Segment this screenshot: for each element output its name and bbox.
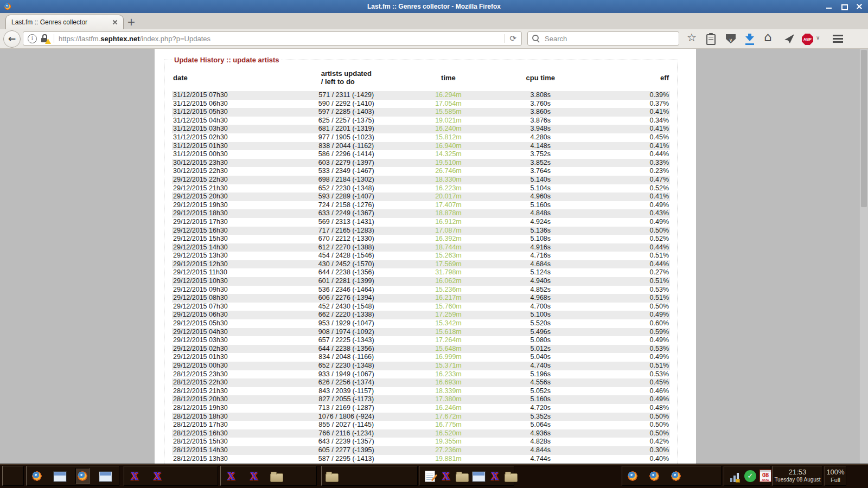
cpu-time-cell: 5.040s — [496, 353, 585, 362]
eff-cell: 0.41% — [585, 142, 670, 151]
window-icon — [99, 472, 112, 481]
scrollbar-thumb[interactable] — [861, 50, 867, 207]
table-row: 30/12/2015 22h30533 / 2349 (-1467)26.746… — [172, 167, 670, 176]
close-window-button[interactable] — [856, 3, 863, 10]
tab-lastfm-genres-collector[interactable]: Last.fm :: Genres collector — [5, 15, 124, 29]
page-info-icon[interactable]: i — [28, 34, 37, 43]
eff-cell: 0.50% — [585, 413, 670, 421]
eff-cell: 0.50% — [585, 303, 670, 311]
window-taskbar-button[interactable] — [53, 468, 67, 484]
date-cell: 31/12/2015 02h30 — [172, 133, 291, 142]
artists-cell: 597 / 2285 (-1403) — [291, 108, 401, 117]
artists-cell: 933 / 1949 (-1067) — [291, 370, 401, 379]
eff-cell: 0.48% — [585, 404, 670, 413]
table-row: 29/12/2015 01h30834 / 2048 (-1166)16.999… — [172, 353, 670, 362]
date-cell: 28/12/2015 21h30 — [172, 387, 291, 396]
time-cell: 17.569m — [401, 260, 495, 269]
reading-list-icon[interactable] — [706, 34, 716, 45]
time-cell: 16.392m — [401, 235, 495, 243]
notepad-taskbar-button[interactable] — [423, 468, 437, 484]
clock: 21:53 Tuesday 08 August — [773, 466, 822, 486]
table-row: 29/12/2015 08h30606 / 2276 (-1394)16.217… — [172, 294, 670, 303]
cpu-time-cell: 3.760s — [496, 100, 585, 108]
taskbar: XXXXXX ✓ 08 AUG 21:53 Tuesday 08 August … — [0, 464, 868, 488]
date-cell: 29/12/2015 02h30 — [172, 345, 291, 354]
tab-close-icon[interactable] — [112, 20, 118, 25]
table-row: 29/12/2015 12h30430 / 2452 (-1570)17.569… — [172, 260, 670, 269]
eff-cell: 0.60% — [585, 319, 670, 328]
eff-cell: 0.44% — [585, 260, 670, 269]
menu-icon[interactable] — [833, 35, 843, 43]
cpu-time-cell: 5.100s — [496, 311, 585, 319]
cpu-time-cell: 4.852s — [496, 286, 585, 294]
calendar-icon[interactable]: 08 AUG — [760, 470, 771, 482]
artists-cell: 430 / 2452 (-1570) — [291, 260, 401, 269]
maximize-button[interactable] — [841, 3, 847, 10]
col-header-artists: artists updated/ left to do — [291, 65, 401, 91]
eff-cell: 0.46% — [585, 387, 670, 396]
search-input[interactable] — [544, 34, 679, 43]
mixed-content-lock-icon[interactable] — [41, 34, 49, 43]
firefox-taskbar-button[interactable] — [626, 468, 640, 484]
eff-cell: 0.40% — [585, 455, 670, 464]
xterm-taskbar-button[interactable]: X — [150, 468, 164, 484]
date-cell: 28/12/2015 13h30 — [172, 455, 291, 464]
time-cell: 16.223m — [401, 184, 495, 193]
xterm-taskbar-button[interactable]: X — [224, 468, 238, 484]
adblock-dropdown-icon[interactable]: ∨ — [816, 35, 820, 41]
xterm-taskbar-button[interactable]: X — [439, 468, 453, 484]
folder-taskbar-button[interactable] — [325, 468, 339, 484]
scrollbar[interactable] — [859, 49, 868, 464]
xterm-taskbar-button[interactable]: X — [247, 468, 261, 484]
date-cell: 31/12/2015 05h30 — [172, 108, 291, 117]
date-cell: 30/12/2015 22h30 — [172, 167, 291, 176]
folder-taskbar-button[interactable] — [504, 468, 518, 484]
time-cell: 14.325m — [401, 150, 495, 159]
reload-icon[interactable]: ⟳ — [509, 34, 516, 43]
artists-cell: 834 / 2048 (-1166) — [291, 353, 401, 362]
date-cell: 28/12/2015 20h30 — [172, 395, 291, 404]
firefox-taskbar-button[interactable] — [30, 468, 44, 484]
search-icon — [532, 35, 540, 42]
home-icon[interactable]: ⌂ — [764, 30, 772, 44]
calendar-month: AUG — [762, 478, 769, 481]
eff-cell: 0.53% — [585, 370, 670, 379]
time-cell: 16.693m — [401, 378, 495, 387]
xterm-taskbar-button[interactable]: X — [127, 468, 142, 484]
downloads-icon[interactable] — [745, 34, 754, 45]
eff-cell: 0.49% — [585, 395, 670, 404]
xterm-taskbar-button[interactable]: X — [488, 468, 502, 484]
minimize-button[interactable] — [826, 3, 832, 10]
bookmark-star-icon[interactable]: ☆ — [687, 31, 697, 44]
artists-cell: 698 / 2184 (-1302) — [291, 176, 401, 184]
firefox-taskbar-button[interactable] — [669, 468, 683, 484]
table-row: 29/12/2015 14h30612 / 2270 (-1388)18.744… — [172, 243, 670, 252]
firefox-taskbar-button[interactable] — [647, 468, 661, 484]
cpu-time-cell: 4.740s — [496, 362, 585, 370]
firefox-taskbar-button[interactable] — [75, 468, 90, 484]
table-row: 31/12/2015 00h30586 / 2296 (-1414)14.325… — [172, 150, 670, 159]
window-taskbar-button[interactable] — [98, 468, 112, 484]
search-bar[interactable] — [527, 31, 679, 46]
url-bar[interactable]: i https://lastfm.sephtex.net/index.php?p… — [23, 31, 522, 46]
table-row: 28/12/2015 16h30766 / 2116 (-1234)16.520… — [172, 429, 670, 438]
update-check-icon[interactable]: ✓ — [744, 470, 756, 482]
new-tab-button[interactable]: + — [125, 16, 138, 28]
pocket-icon[interactable]: ∨ — [726, 34, 736, 43]
time-cell: 15.263m — [401, 252, 495, 260]
date-cell: 29/12/2015 20h30 — [172, 192, 291, 201]
network-signal-icon[interactable] — [729, 470, 741, 482]
back-button[interactable]: ← — [3, 30, 21, 48]
window-taskbar-button[interactable] — [471, 468, 486, 484]
share-icon[interactable] — [784, 34, 794, 43]
folder-taskbar-button[interactable] — [270, 468, 284, 484]
date-cell: 29/12/2015 00h30 — [172, 362, 291, 370]
time-cell: 19.355m — [401, 438, 495, 446]
time-cell: 19.881m — [401, 455, 495, 464]
time-cell: 27.236m — [401, 446, 495, 455]
adblock-icon[interactable]: ABP — [802, 34, 813, 45]
taskbar-group — [26, 466, 119, 486]
date-cell: 29/12/2015 13h30 — [172, 252, 291, 260]
folder-taskbar-button[interactable] — [455, 468, 469, 484]
cpu-time-cell: 5.104s — [496, 184, 585, 193]
